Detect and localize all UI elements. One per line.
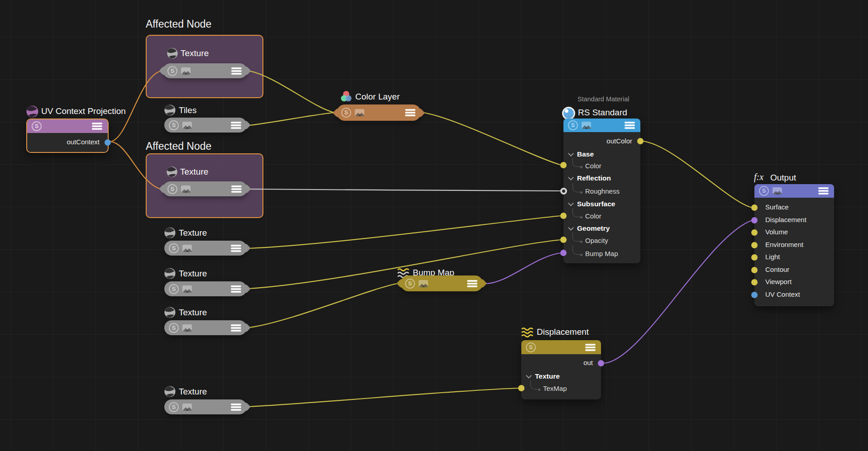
image-icon (355, 109, 364, 116)
node-body: Surface Displacement Volume Environment … (754, 198, 834, 306)
shader-badge: S (32, 121, 42, 131)
pill-texture-displacement[interactable]: S (164, 399, 247, 414)
section-geometry[interactable]: Geometry (563, 224, 640, 233)
wire-texture-to-texmap[interactable] (249, 388, 519, 407)
input-viewport: Viewport (765, 278, 834, 285)
menu-icon[interactable] (231, 406, 241, 408)
wire-texture-to-colorlayer[interactable] (250, 71, 334, 113)
menu-icon[interactable] (231, 188, 242, 190)
node-header[interactable]: S (754, 184, 834, 198)
port-opacity[interactable] (560, 237, 567, 243)
wire-texture-to-roughness[interactable] (250, 189, 560, 191)
port-roughness[interactable] (560, 188, 567, 195)
pill-color-layer[interactable]: S (337, 104, 421, 121)
texture-ball-icon (166, 166, 178, 178)
node-title: Output (770, 173, 796, 183)
chevron-down-icon (568, 175, 574, 180)
node-title: Displacement (537, 327, 589, 337)
menu-icon[interactable] (231, 288, 241, 290)
port-uv-context[interactable] (751, 292, 758, 298)
node-uv-context-projection[interactable]: S outContext (26, 119, 109, 153)
node-displacement[interactable]: S out Texture TexMap (521, 340, 601, 399)
shader-badge: S (169, 402, 179, 412)
port-surface[interactable] (751, 204, 758, 211)
wire-colorlayer-to-basecolor[interactable] (424, 113, 561, 165)
pill-texture-affected-bottom[interactable]: S (163, 181, 247, 196)
shader-badge: S (169, 243, 179, 253)
menu-icon[interactable] (467, 283, 477, 285)
menu-icon[interactable] (585, 347, 596, 348)
wires-layer (0, 0, 868, 451)
output-label: out (521, 359, 601, 366)
port-environment[interactable] (751, 242, 758, 248)
texture-ball-icon (163, 306, 176, 319)
texture-ball-icon (163, 267, 176, 280)
wire-texture-to-bumpmap[interactable] (249, 284, 397, 328)
chevron-down-icon (568, 151, 574, 157)
image-icon (182, 122, 192, 129)
node-title: Tiles (179, 105, 196, 115)
shader-badge: S (169, 120, 179, 130)
port-out[interactable] (598, 360, 604, 366)
wire-bumpmap-to-rs[interactable] (486, 253, 561, 284)
port-displacement[interactable] (751, 217, 758, 223)
shader-badge: S (759, 186, 769, 196)
node-editor-canvas[interactable]: Affected Node Affected Node Texture UV C… (0, 0, 868, 451)
port-texmap[interactable] (518, 385, 525, 391)
section-subsurface[interactable]: Subsurface (563, 200, 640, 208)
wire-texture-to-subsurface-color[interactable] (249, 216, 561, 248)
tree-branch (572, 208, 580, 217)
image-icon (773, 187, 782, 195)
section-reflection[interactable]: Reflection (563, 174, 640, 182)
pill-texture-subsurface[interactable]: S (164, 241, 247, 256)
image-icon (419, 280, 428, 287)
port-viewport[interactable] (751, 279, 758, 285)
menu-icon[interactable] (231, 247, 241, 249)
node-output[interactable]: S Surface Displacement Volume Environmen… (754, 184, 834, 306)
menu-icon[interactable] (405, 112, 415, 114)
fx-icon: f:x (754, 172, 763, 182)
section-texture[interactable]: Texture (521, 372, 601, 380)
node-title: Texture (180, 167, 208, 177)
port-base-color[interactable] (560, 162, 567, 168)
port-subsurface-color[interactable] (560, 213, 567, 219)
menu-icon[interactable] (231, 70, 242, 72)
node-title: Texture (181, 48, 209, 58)
menu-icon[interactable] (231, 124, 241, 126)
section-base[interactable]: Base (563, 150, 640, 158)
input-base-color: Color (563, 162, 640, 170)
input-opacity: Opacity (563, 237, 640, 244)
tree-branch (572, 183, 580, 192)
tree-branch (572, 158, 580, 167)
node-header[interactable]: S (27, 119, 108, 133)
node-body: out Texture TexMap (521, 354, 601, 399)
pill-texture-affected-top[interactable]: S (163, 63, 247, 78)
port-light[interactable] (751, 254, 758, 261)
shader-badge: S (341, 108, 351, 118)
texture-ball-icon (163, 385, 176, 398)
node-header[interactable]: S (563, 119, 640, 132)
pill-texture-opacity[interactable]: S (164, 281, 247, 296)
port-outcolor[interactable] (637, 138, 644, 144)
node-header[interactable]: S (521, 340, 601, 354)
image-icon (182, 404, 192, 411)
pill-texture-bump[interactable]: S (164, 320, 247, 335)
menu-icon[interactable] (818, 190, 829, 192)
node-title: Texture (179, 228, 207, 238)
tree-branch (530, 380, 538, 389)
wire-tiles-to-colorlayer[interactable] (249, 113, 334, 125)
node-rs-standard[interactable]: S outColor Base Color Reflection Roughne… (563, 119, 640, 263)
input-contour: Contour (765, 266, 834, 273)
pill-tiles[interactable]: S (164, 118, 247, 133)
port-contour[interactable] (751, 267, 758, 273)
menu-icon[interactable] (92, 125, 102, 127)
port-bump-map[interactable] (560, 250, 567, 256)
chevron-down-icon (568, 225, 574, 231)
port-outcontext[interactable] (105, 139, 111, 146)
shader-badge: S (167, 66, 177, 76)
menu-icon[interactable] (625, 124, 635, 126)
pill-bump-map[interactable]: S (401, 275, 483, 291)
wire-outcolor-to-surface[interactable] (643, 141, 752, 208)
port-volume[interactable] (751, 229, 758, 236)
menu-icon[interactable] (231, 327, 241, 329)
